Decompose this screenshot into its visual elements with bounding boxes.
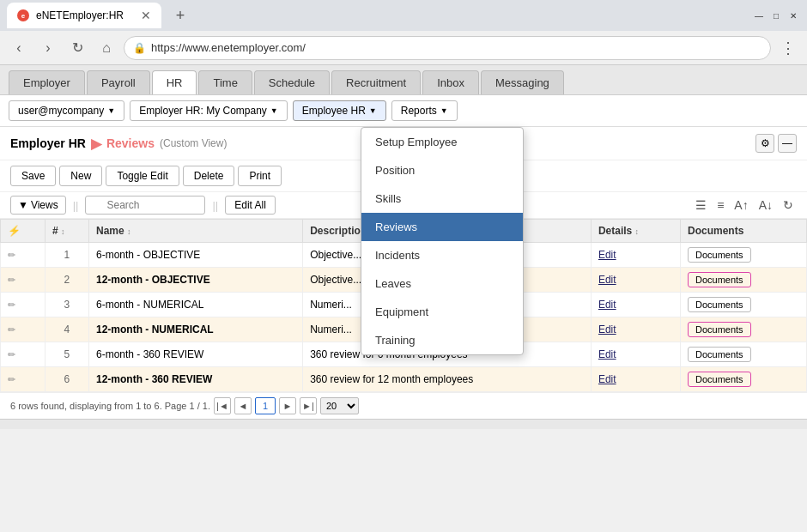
- toggle-edit-button[interactable]: Toggle Edit: [106, 166, 179, 186]
- per-page-select[interactable]: 20 50 100: [320, 397, 359, 414]
- horizontal-scrollbar[interactable]: [0, 419, 807, 429]
- row-number: 1: [45, 243, 88, 268]
- collapse-icon-button[interactable]: —: [778, 134, 797, 153]
- tab-time[interactable]: Time: [198, 70, 252, 94]
- tab-payroll[interactable]: Payroll: [87, 70, 150, 94]
- row-documents-button[interactable]: Documents: [680, 317, 806, 342]
- close-button[interactable]: ✕: [786, 9, 800, 22]
- reports-dropdown[interactable]: Reports ▼: [391, 100, 458, 121]
- maximize-button[interactable]: □: [769, 9, 783, 22]
- employee-hr-caret: ▼: [369, 106, 377, 115]
- search-input[interactable]: [85, 196, 205, 215]
- row-edit-icon[interactable]: ✏: [1, 293, 46, 317]
- row-documents-button[interactable]: Documents: [680, 293, 806, 317]
- row-number: 6: [45, 367, 88, 392]
- delete-button[interactable]: Delete: [183, 166, 235, 186]
- row-documents-button[interactable]: Documents: [680, 243, 806, 268]
- secondary-toolbar: user@mycompany ▼ Employer HR: My Company…: [0, 95, 807, 127]
- prev-page-button[interactable]: ◄: [234, 397, 252, 414]
- separator-2: ||: [210, 199, 220, 212]
- row-detail-link[interactable]: Edit: [591, 367, 680, 392]
- row-detail-link[interactable]: Edit: [591, 293, 680, 317]
- browser-tab[interactable]: e eNETEmployer:HR ✕: [7, 3, 161, 28]
- row-number: 3: [45, 293, 88, 317]
- browser-toolbar: ‹ › ↻ ⌂ 🔒 https://www.enetemployer.com/ …: [0, 31, 807, 65]
- save-button[interactable]: Save: [10, 166, 56, 186]
- current-page-button[interactable]: 1: [255, 397, 276, 414]
- row-edit-icon[interactable]: ✏: [1, 317, 46, 342]
- reports-caret: ▼: [440, 106, 448, 115]
- employee-hr-dropdown-menu: Setup EmployeePositionSkillsReviewsIncid…: [361, 127, 524, 355]
- employer-dropdown[interactable]: Employer HR: My Company ▼: [130, 100, 288, 121]
- back-button[interactable]: ‹: [7, 36, 31, 60]
- row-documents-button[interactable]: Documents: [680, 268, 806, 293]
- row-number: 2: [45, 268, 88, 293]
- tab-schedule[interactable]: Schedule: [254, 70, 330, 94]
- dropdown-menu-item-setup-employee[interactable]: Setup Employee: [361, 128, 523, 156]
- refresh-icon[interactable]: ↻: [780, 196, 797, 214]
- next-page-button[interactable]: ►: [279, 397, 296, 414]
- dropdown-menu-item-equipment[interactable]: Equipment: [361, 298, 523, 326]
- row-detail-link[interactable]: Edit: [591, 342, 680, 367]
- row-name: 12-month - NUMERICAL: [88, 317, 302, 342]
- page-title: Employer HR ▶ Reviews (Custom View): [10, 136, 227, 152]
- settings-icon-button[interactable]: ⚙: [755, 134, 774, 153]
- row-name: 12-month - OBJECTIVE: [88, 268, 302, 293]
- browser-titlebar: e eNETEmployer:HR ✕ + — □ ✕: [0, 0, 807, 31]
- window-controls: — □ ✕: [752, 9, 800, 22]
- dropdown-menu-item-position[interactable]: Position: [361, 156, 523, 184]
- new-tab-button[interactable]: +: [168, 3, 192, 27]
- row-name: 6-month - 360 REVIEW: [88, 342, 302, 367]
- lock-icon: 🔒: [133, 42, 146, 54]
- tab-close-button[interactable]: ✕: [141, 9, 151, 21]
- row-edit-icon[interactable]: ✏: [1, 243, 46, 268]
- first-page-button[interactable]: |◄: [214, 397, 231, 414]
- row-edit-icon[interactable]: ✏: [1, 367, 46, 392]
- dropdown-menu-item-reviews[interactable]: Reviews: [361, 213, 523, 241]
- new-button[interactable]: New: [59, 166, 102, 186]
- breadcrumb: Employer HR: [10, 136, 86, 150]
- col-header-num[interactable]: # ↕: [45, 220, 88, 243]
- refresh-button[interactable]: ↻: [65, 36, 89, 60]
- views-button[interactable]: ▼ Views: [10, 196, 66, 215]
- row-documents-button[interactable]: Documents: [680, 367, 806, 392]
- edit-all-button[interactable]: Edit All: [225, 196, 276, 215]
- row-detail-link[interactable]: Edit: [591, 317, 680, 342]
- tab-employer[interactable]: Employer: [9, 70, 85, 94]
- filter-columns-icon[interactable]: ☰: [692, 196, 710, 214]
- col-header-details[interactable]: Details ↕: [591, 220, 680, 243]
- forward-button[interactable]: ›: [36, 36, 60, 60]
- header-icons: ⚙ —: [755, 134, 797, 153]
- filter-icons: ☰ ≡ A↑ A↓ ↻: [692, 196, 797, 214]
- filter-icon: ⚡: [8, 225, 21, 237]
- tab-messaging[interactable]: Messaging: [481, 70, 564, 94]
- table-row: ✏ 6 12-month - 360 REVIEW 360 review for…: [1, 367, 807, 392]
- font-increase-icon[interactable]: A↑: [731, 196, 751, 214]
- row-detail-link[interactable]: Edit: [591, 243, 680, 268]
- tab-recruitment[interactable]: Recruitment: [331, 70, 421, 94]
- dropdown-menu-item-skills[interactable]: Skills: [361, 184, 523, 213]
- search-wrapper: 🔍: [85, 196, 205, 215]
- user-dropdown[interactable]: user@mycompany ▼: [9, 100, 124, 121]
- font-decrease-icon[interactable]: A↓: [755, 196, 776, 214]
- tab-inbox[interactable]: Inbox: [422, 70, 479, 94]
- dropdown-menu-item-leaves[interactable]: Leaves: [361, 269, 523, 298]
- dropdown-menu-item-training[interactable]: Training: [361, 326, 523, 354]
- last-page-button[interactable]: ►|: [300, 397, 317, 414]
- minimize-button[interactable]: —: [752, 9, 766, 22]
- employee-hr-dropdown[interactable]: Employee HR ▼: [293, 100, 386, 121]
- address-bar[interactable]: 🔒 https://www.enetemployer.com/: [124, 36, 771, 60]
- row-detail-link[interactable]: Edit: [591, 268, 680, 293]
- dropdown-menu-item-incidents[interactable]: Incidents: [361, 241, 523, 269]
- row-name: 12-month - 360 REVIEW: [88, 367, 302, 392]
- browser-menu-button[interactable]: ⋮: [776, 36, 800, 60]
- row-edit-icon[interactable]: ✏: [1, 268, 46, 293]
- home-button[interactable]: ⌂: [94, 36, 118, 60]
- tab-hr[interactable]: HR: [152, 70, 197, 94]
- row-edit-icon[interactable]: ✏: [1, 342, 46, 367]
- filter-rows-icon[interactable]: ≡: [713, 196, 727, 214]
- col-header-name[interactable]: Name ↕: [88, 220, 302, 243]
- row-description: 360 review for 12 month employees: [303, 367, 592, 392]
- print-button[interactable]: Print: [238, 166, 282, 186]
- row-documents-button[interactable]: Documents: [680, 342, 806, 367]
